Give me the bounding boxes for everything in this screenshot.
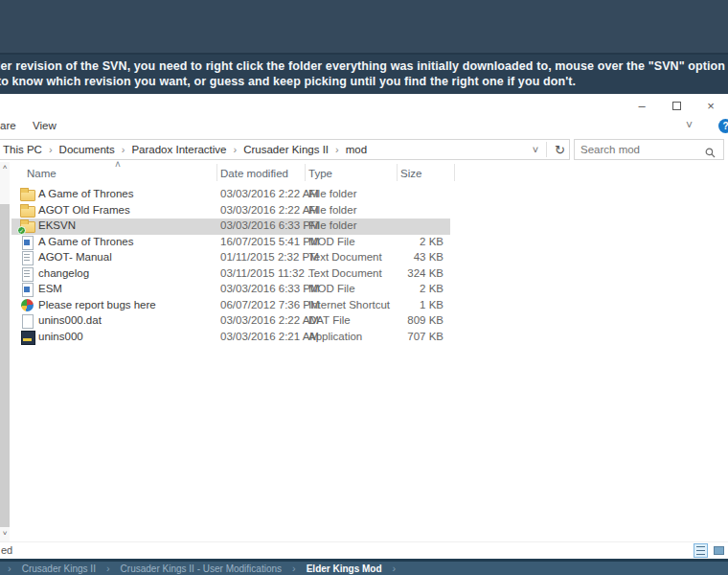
- scroll-down-icon[interactable]: ˅: [0, 528, 10, 540]
- column-header-type[interactable]: Type: [308, 168, 332, 179]
- maximize-icon: [672, 102, 681, 110]
- tab-share[interactable]: are: [0, 120, 16, 131]
- search-input[interactable]: [580, 141, 695, 158]
- file-row[interactable]: A Game of Thrones 03/03/2016 2:22 AM Fil…: [11, 187, 450, 203]
- search-icon[interactable]: [705, 145, 716, 162]
- navigation-scrollbar: ˄ ˅: [0, 162, 10, 541]
- file-name: changelog: [38, 267, 89, 279]
- file-type: File folder: [308, 188, 357, 199]
- chevron-right-icon: ›: [393, 564, 397, 573]
- address-divider: [546, 142, 547, 157]
- forum-post-line1: ler revision of the SVN, you need to rig…: [0, 59, 728, 73]
- file-size: 43 KB: [375, 251, 444, 263]
- status-bar: ed: [0, 541, 728, 559]
- minimize-button[interactable]: –: [625, 94, 659, 117]
- column-headers: ˄ Name Date modified Type Size: [11, 162, 728, 185]
- file-date: 03/03/2016 2:22 AM: [220, 188, 319, 199]
- address-segment-mod[interactable]: mod: [346, 144, 367, 155]
- details-view-icon: [696, 546, 705, 555]
- thumbnails-view-button[interactable]: [712, 543, 726, 558]
- breadcrumb: This PC › Documents › Paradox Interactiv…: [3, 140, 367, 159]
- column-divider[interactable]: [454, 164, 455, 181]
- address-segment-documents[interactable]: Documents: [59, 144, 115, 155]
- chevron-right-icon: ›: [122, 144, 125, 155]
- text-document-icon: [20, 267, 34, 281]
- ribbon-collapse-chevron-icon[interactable]: ˅: [686, 119, 693, 132]
- file-date: 03/03/2016 2:22 AM: [220, 314, 319, 326]
- file-row[interactable]: A Game of Thrones 16/07/2015 5:41 PM MOD…: [11, 235, 450, 251]
- address-row: This PC › Documents › Paradox Interactiv…: [0, 137, 728, 160]
- file-list: ˄ Name Date modified Type Size A Game of…: [11, 162, 728, 541]
- forum-footer: › Crusader Kings II › Crusader Kings II …: [0, 559, 728, 575]
- text-document-icon: [20, 251, 34, 264]
- file-date: 01/11/2015 2:32 PM: [220, 251, 319, 263]
- scrollbar-thumb[interactable]: [0, 204, 10, 527]
- file-date: 03/03/2016 2:21 AM: [220, 331, 319, 342]
- address-segment-this-pc[interactable]: This PC: [3, 144, 42, 155]
- help-button[interactable]: ?: [718, 119, 728, 133]
- column-divider[interactable]: [397, 164, 398, 181]
- file-date: 06/07/2012 7:36 PM: [220, 299, 320, 310]
- file-row[interactable]: AGOT- Manual 01/11/2015 2:32 PM Text Doc…: [11, 250, 450, 266]
- folder-icon: [20, 204, 34, 218]
- file-size: 2 KB: [375, 236, 444, 247]
- forum-post-text: ler revision of the SVN, you need to rig…: [0, 55, 728, 94]
- address-tools: ˅ ↻: [533, 140, 565, 159]
- file-row[interactable]: changelog 03/11/2015 11:32 ... Text Docu…: [11, 266, 450, 283]
- file-type: MOD File: [308, 236, 355, 247]
- title-bar[interactable]: – ×: [0, 94, 728, 117]
- maximize-button[interactable]: [659, 94, 694, 117]
- column-divider[interactable]: [216, 164, 217, 181]
- file-row[interactable]: unins000.dat 03/03/2016 2:22 AM DAT File…: [11, 313, 450, 330]
- forum-header: ler revision of the SVN, you need to rig…: [0, 0, 728, 94]
- file-row[interactable]: ESM 03/03/2016 6:33 PM MOD File 2 KB: [11, 282, 450, 298]
- close-button[interactable]: ×: [694, 94, 728, 117]
- details-view-button[interactable]: [694, 543, 708, 558]
- file-name: unins000.dat: [38, 314, 102, 326]
- internet-shortcut-icon: [20, 299, 34, 312]
- folder-svn-icon: ✓: [20, 219, 34, 233]
- column-divider[interactable]: [305, 164, 306, 181]
- file-row[interactable]: AGOT Old Frames 03/03/2016 2:22 AM File …: [11, 203, 450, 219]
- file-size: 2 KB: [375, 283, 444, 294]
- file-type: Text Document: [308, 251, 382, 263]
- minimize-icon: –: [638, 99, 645, 113]
- address-segment-crusader-kings-ii[interactable]: Crusader Kings II: [243, 144, 329, 155]
- window-controls: – ×: [625, 94, 728, 117]
- file-name: AGOT Old Frames: [38, 204, 130, 216]
- chevron-right-icon: ›: [8, 564, 11, 573]
- file-row-selected[interactable]: ✓ EKSVN 03/03/2016 6:33 PM File folder: [11, 218, 450, 235]
- sort-ascending-icon: ˄: [115, 159, 121, 170]
- forum-post-line2: to know which revision you want, or gues…: [0, 75, 576, 88]
- tab-view[interactable]: View: [33, 120, 57, 131]
- file-name: ESM: [38, 283, 62, 294]
- file-size: 1 KB: [375, 299, 444, 310]
- file-row[interactable]: unins000 03/03/2016 2:21 AM Application …: [11, 330, 450, 346]
- scroll-up-icon[interactable]: ˄: [0, 162, 10, 173]
- svn-check-icon: ✓: [17, 226, 26, 235]
- file-row[interactable]: Please report bugs here 06/07/2012 7:36 …: [11, 298, 450, 314]
- address-segment-paradox-interactive[interactable]: Paradox Interactive: [131, 144, 226, 155]
- file-size: 809 KB: [375, 314, 444, 326]
- address-dropdown-icon[interactable]: ˅: [533, 144, 538, 155]
- column-header-date-modified[interactable]: Date modified: [220, 168, 288, 179]
- file-type: Application: [308, 331, 362, 342]
- forum-breadcrumb-user-modifications[interactable]: Crusader Kings II - User Modifications: [121, 564, 282, 574]
- column-header-name[interactable]: Name: [27, 168, 57, 179]
- address-bar[interactable]: This PC › Documents › Paradox Interactiv…: [0, 139, 570, 160]
- forum-breadcrumb-crusader-kings-ii[interactable]: Crusader Kings II: [22, 564, 96, 574]
- file-type: DAT File: [308, 314, 351, 326]
- file-date: 03/11/2015 11:32 ...: [220, 267, 317, 279]
- file-name: unins000: [38, 331, 83, 342]
- forum-breadcrumb-elder-kings-mod[interactable]: Elder Kings Mod: [307, 564, 382, 574]
- file-date: 03/03/2016 6:33 PM: [220, 219, 320, 231]
- chevron-right-icon: ›: [106, 564, 110, 573]
- status-text: ed: [1, 544, 12, 556]
- column-header-size[interactable]: Size: [400, 168, 421, 179]
- refresh-icon[interactable]: ↻: [555, 143, 565, 157]
- file-type: File folder: [308, 204, 357, 216]
- file-name: A Game of Thrones: [38, 188, 134, 199]
- thumbnails-view-icon: [714, 546, 724, 555]
- file-size: 707 KB: [375, 331, 444, 342]
- file-list-pane: ˄ ˅ ˄ Name Date modified Type Size: [0, 162, 728, 541]
